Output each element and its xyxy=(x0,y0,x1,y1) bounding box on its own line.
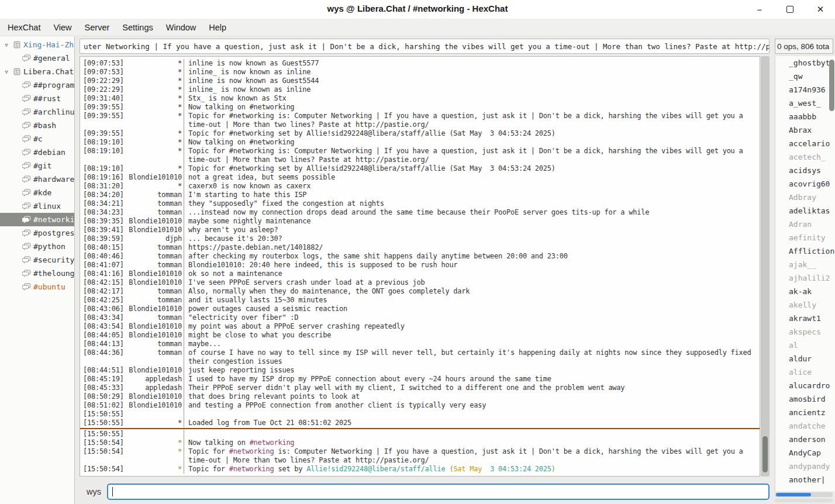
userlist-item[interactable]: andatche xyxy=(775,419,835,433)
chat-line: [09:07:53]*inline is now known as Guest5… xyxy=(80,59,760,68)
userlist-item[interactable]: aaabbb xyxy=(775,110,835,123)
userlist-item[interactable]: acovrig60 xyxy=(775,177,835,191)
userlist-item[interactable]: a174n936 xyxy=(775,83,835,96)
nick: * xyxy=(128,182,184,191)
userlist[interactable]: _ghostbyt_qwa174n936a_west_aaabbbAbraxac… xyxy=(775,56,835,491)
userlist-item[interactable]: akspecs xyxy=(775,325,835,339)
sidebar-item-linux[interactable]: #linux xyxy=(0,199,74,213)
nick: appledash xyxy=(128,375,184,384)
userlist-item[interactable]: adeliktas xyxy=(775,204,835,218)
userlist-hscrollbar-thumb[interactable] xyxy=(776,493,811,496)
sidebar-item-bash[interactable]: #bash xyxy=(0,119,74,132)
userlist-item[interactable]: Affliction xyxy=(775,244,835,258)
chat-line: [15:50:54]*Topic for #networking set by … xyxy=(80,465,760,474)
userlist-scrollbar[interactable] xyxy=(829,60,835,194)
userlist-item[interactable]: andypandy xyxy=(775,460,835,473)
chat-log[interactable]: [09:07:53]*inline is now known as Guest5… xyxy=(80,56,760,477)
menu-item-help[interactable]: Help xyxy=(202,20,233,34)
menu-item-view[interactable]: View xyxy=(47,20,78,34)
userlist-item[interactable]: akelly xyxy=(775,298,835,312)
timestamp: [09:22:29] xyxy=(80,85,128,94)
sidebar-item-rust[interactable]: ##rust xyxy=(0,92,74,105)
userlist-item[interactable]: ajhalili2 xyxy=(775,271,835,285)
close-icon[interactable]: ✕ xyxy=(814,3,827,16)
userlist-item[interactable]: acetech_ xyxy=(775,150,835,164)
input-bar: wys xyxy=(80,483,770,500)
message-input[interactable] xyxy=(107,484,770,500)
channel-label: #networking xyxy=(33,215,74,224)
userlist-item[interactable]: aefinity xyxy=(775,231,835,244)
timestamp: [08:39:59] xyxy=(80,234,128,243)
channel-tree[interactable]: ▽Xing-Hai-Zhan#general▽Libera.Chat##prog… xyxy=(0,36,75,504)
userlist-hscrollbar[interactable] xyxy=(775,492,833,497)
userlist-item[interactable]: ak-ak xyxy=(775,285,835,298)
userlist-item[interactable]: alice xyxy=(775,365,835,379)
userlist-item[interactable]: ancientz xyxy=(775,406,835,419)
sidebar-item-python[interactable]: #python xyxy=(0,240,74,253)
chat-scrollbar[interactable] xyxy=(761,56,770,477)
sidebar-item-c[interactable]: #c xyxy=(0,132,74,146)
menu-item-server[interactable]: Server xyxy=(78,20,116,34)
userlist-item[interactable]: amosbird xyxy=(775,392,835,406)
sidebar-item-git[interactable]: #git xyxy=(0,159,74,172)
maximize-icon[interactable] xyxy=(784,3,796,16)
userlist-item[interactable]: a_west_ xyxy=(775,96,835,110)
sidebar-item-hardware[interactable]: #hardware xyxy=(0,172,74,186)
menu-item-window[interactable]: Window xyxy=(160,20,203,34)
sidebar-item-security[interactable]: #security xyxy=(0,253,74,267)
chat-line: [08:41:07]tommanBlondie101010: 20:40 her… xyxy=(80,261,760,270)
message-text: ok so not a maintenance xyxy=(184,270,760,278)
tree-expander-icon[interactable]: ▽ xyxy=(2,42,11,48)
userlist-item[interactable]: akrawt1 xyxy=(775,312,835,325)
nick: Blondie101010 xyxy=(128,401,184,410)
menu-item-hexchat[interactable]: HexChat xyxy=(1,20,47,34)
message-text: ... because it's 20:30? xyxy=(184,234,760,243)
userlist-item[interactable]: Adran xyxy=(775,218,835,231)
nick: Blondie101010 xyxy=(128,217,184,226)
sidebar-item-ubuntu[interactable]: #ubuntu xyxy=(0,280,74,294)
userlist-item[interactable]: Abrax xyxy=(775,123,835,137)
userlist-item[interactable]: al xyxy=(775,339,835,352)
topic-bar[interactable]: uter Networking | If you have a question… xyxy=(80,39,770,54)
chat-line: [08:44:13]tommanmaybe... xyxy=(80,340,760,348)
userlist-hscrollbar-track2[interactable] xyxy=(775,499,833,502)
userlist-item[interactable]: _qw xyxy=(775,70,835,83)
userlist-item[interactable]: ajak__ xyxy=(775,258,835,271)
sidebar-item-networking[interactable]: #networking xyxy=(0,213,74,226)
userlist-item[interactable]: _ghostbyt xyxy=(775,56,835,70)
menu-item-settings[interactable]: Settings xyxy=(116,20,159,34)
channel-label: ##rust xyxy=(33,94,61,103)
chat-line: [09:22:29]*inline is now known as Guest5… xyxy=(80,77,760,85)
sidebar-item-thelounge[interactable]: #thelounge xyxy=(0,267,74,280)
sidebar-item-programming[interactable]: ##programming xyxy=(0,78,74,92)
chat-line: [15:50:54]*Topic for #networking is: Com… xyxy=(80,447,760,465)
sidebar-item-postgresql[interactable]: #postgresql xyxy=(0,226,74,240)
nick: * xyxy=(128,85,184,94)
userlist-scrollbar-thumb[interactable] xyxy=(829,60,834,111)
sidebar-item-archlinux[interactable]: #archlinux xyxy=(0,105,74,119)
userlist-item[interactable]: Adbray xyxy=(775,191,835,204)
timestamp: [15:50:55] xyxy=(80,430,128,439)
sidebar-item-debian[interactable]: #debian xyxy=(0,146,74,159)
userlist-item[interactable]: another| xyxy=(775,473,835,486)
channel-label: #c xyxy=(33,134,43,143)
channel-label: #bash xyxy=(33,121,56,130)
channel-icon xyxy=(22,81,31,89)
userlist-item[interactable]: acidsys xyxy=(775,164,835,177)
sidebar-item-kde[interactable]: #kde xyxy=(0,186,74,199)
timestamp: [08:34:21] xyxy=(80,199,128,208)
userlist-item[interactable]: anderson xyxy=(775,433,835,446)
sidebar-network-libera.chat[interactable]: ▽Libera.Chat xyxy=(0,65,74,78)
chat-line: [08:34:20]tommanI'm starting to hate thi… xyxy=(80,191,760,199)
tree-expander-icon[interactable]: ▽ xyxy=(2,69,11,75)
minimize-icon[interactable]: − xyxy=(753,3,766,16)
userlist-item[interactable]: accelario xyxy=(775,137,835,150)
userlist-item[interactable]: AndyCap xyxy=(775,446,835,460)
userlist-item[interactable]: alucardro xyxy=(775,379,835,392)
chat-scrollbar-thumb[interactable] xyxy=(762,436,768,472)
userlist-item[interactable]: aldur xyxy=(775,352,835,365)
sidebar-network-xing-hai-zhan[interactable]: ▽Xing-Hai-Zhan xyxy=(0,38,74,51)
titlebar[interactable]: wys @ Libera.Chat / #networking - HexCha… xyxy=(0,0,835,19)
channel-icon xyxy=(22,283,31,291)
sidebar-item-general[interactable]: #general xyxy=(0,51,74,65)
